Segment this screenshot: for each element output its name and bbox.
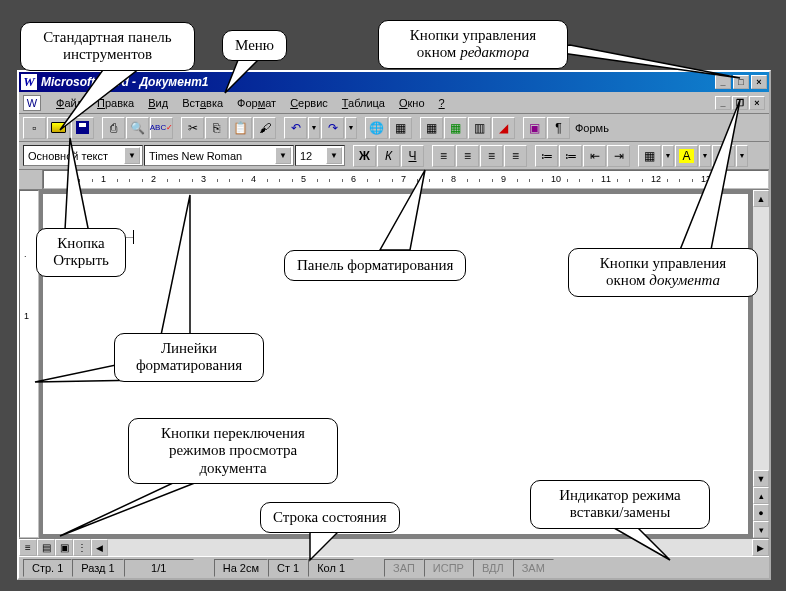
show-hide-button[interactable]: ¶ — [547, 117, 570, 139]
scroll-left-button[interactable]: ◀ — [91, 539, 108, 556]
copy-button[interactable]: ⎘ — [205, 117, 228, 139]
underline-button[interactable]: Ч — [401, 145, 424, 167]
drawing-button[interactable]: ◢ — [492, 117, 515, 139]
align-left-button[interactable]: ≡ — [432, 145, 455, 167]
doc-close-button[interactable]: × — [749, 96, 765, 110]
maximize-button[interactable]: □ — [733, 75, 749, 89]
outdent-icon: ⇤ — [590, 149, 600, 163]
numbered-list-button[interactable]: ≔ — [535, 145, 558, 167]
vertical-scrollbar[interactable]: ▲ ▼ ▴ ● ▾ — [752, 190, 769, 538]
menu-help[interactable]: ? — [432, 95, 452, 111]
printer-icon: ⎙ — [110, 121, 117, 135]
next-page-button[interactable]: ▾ — [753, 521, 769, 538]
insert-table-button[interactable]: ▦ — [444, 117, 467, 139]
callout-ovr: Индикатор режимавставки/замены — [530, 480, 710, 529]
borders-icon: ▦ — [644, 149, 655, 163]
format-painter-button[interactable]: 🖌 — [253, 117, 276, 139]
highlight-dropdown[interactable]: ▼ — [699, 145, 711, 167]
chevron-down-icon[interactable]: ▼ — [124, 147, 140, 164]
new-button[interactable]: ▫ — [23, 117, 46, 139]
tables-borders-button[interactable]: ▦ — [420, 117, 443, 139]
scroll-down-button[interactable]: ▼ — [753, 470, 769, 487]
horizontal-ruler[interactable]: 12345678910111213 — [43, 170, 769, 189]
status-rec[interactable]: ЗАП — [384, 559, 424, 577]
drawing-icon: ◢ — [499, 121, 508, 135]
prev-page-button[interactable]: ▴ — [753, 487, 769, 504]
chevron-down-icon[interactable]: ▼ — [326, 147, 342, 164]
font-combo[interactable]: Times New Roman ▼ — [144, 145, 294, 166]
font-color-dropdown[interactable]: ▼ — [736, 145, 748, 167]
menu-edit[interactable]: Правка — [90, 95, 141, 111]
forms-label: Формь — [575, 122, 609, 134]
align-left-icon: ≡ — [440, 149, 447, 163]
undo-button[interactable]: ↶ — [284, 117, 307, 139]
scroll-up-button[interactable]: ▲ — [753, 190, 769, 207]
doc-minimize-button[interactable]: _ — [715, 96, 731, 110]
ruler-corner[interactable] — [19, 170, 43, 189]
outline-view-button[interactable]: ⋮ — [73, 539, 91, 556]
status-trk[interactable]: ИСПР — [424, 559, 473, 577]
menu-file[interactable]: Файл — [49, 95, 90, 111]
columns-button[interactable]: ▥ — [468, 117, 491, 139]
close-button[interactable]: × — [751, 75, 767, 89]
print-button[interactable]: ⎙ — [102, 117, 125, 139]
italic-button[interactable]: К — [377, 145, 400, 167]
redo-dropdown[interactable]: ▼ — [345, 117, 357, 139]
scroll-track[interactable] — [753, 207, 769, 470]
document-map-button[interactable]: ▣ — [523, 117, 546, 139]
minimize-button[interactable]: _ — [715, 75, 731, 89]
highlight-button[interactable]: A — [675, 145, 698, 167]
browse-object-button[interactable]: ● — [753, 504, 769, 521]
chevron-down-icon[interactable]: ▼ — [275, 147, 291, 164]
menu-view[interactable]: Вид — [141, 95, 175, 111]
status-ovr[interactable]: ЗАМ — [513, 559, 554, 577]
callout-status: Строка состояния — [260, 502, 400, 533]
open-button[interactable] — [47, 117, 70, 139]
cut-button[interactable]: ✂ — [181, 117, 204, 139]
chevron-down-icon: ▼ — [739, 152, 746, 159]
menu-tools[interactable]: Сервис — [283, 95, 335, 111]
word-doc-icon[interactable]: W — [23, 95, 41, 111]
status-ext[interactable]: ВДЛ — [473, 559, 513, 577]
print-preview-button[interactable]: 🔍 — [126, 117, 149, 139]
status-line: Ст 1 — [268, 559, 308, 577]
paste-button[interactable]: 📋 — [229, 117, 252, 139]
numbered-list-icon: ≔ — [541, 149, 553, 163]
menu-table[interactable]: Таблица — [335, 95, 392, 111]
undo-dropdown[interactable]: ▼ — [308, 117, 320, 139]
scroll-right-button[interactable]: ▶ — [752, 539, 769, 556]
page-layout-view-button[interactable]: ▣ — [55, 539, 73, 556]
style-combo[interactable]: Основной текст ▼ — [23, 145, 143, 166]
redo-button[interactable]: ↷ — [321, 117, 344, 139]
status-at: На 2см — [214, 559, 268, 577]
decrease-indent-button[interactable]: ⇤ — [583, 145, 606, 167]
size-combo[interactable]: 12 ▼ — [295, 145, 345, 166]
align-center-button[interactable]: ≡ — [456, 145, 479, 167]
normal-view-button[interactable]: ≡ — [19, 539, 37, 556]
online-layout-view-button[interactable]: ▤ — [37, 539, 55, 556]
web-toolbar-button[interactable]: ▦ — [389, 117, 412, 139]
hyperlink-button[interactable]: 🌐 — [365, 117, 388, 139]
menu-format[interactable]: Формат — [230, 95, 283, 111]
menu-window[interactable]: Окно — [392, 95, 432, 111]
new-icon: ▫ — [32, 121, 36, 135]
borders-dropdown[interactable]: ▼ — [662, 145, 674, 167]
save-button[interactable] — [71, 117, 94, 139]
font-value: Times New Roman — [149, 150, 242, 162]
font-color-button[interactable]: A — [712, 145, 735, 167]
menu-insert[interactable]: Вставка — [175, 95, 230, 111]
bold-button[interactable]: Ж — [353, 145, 376, 167]
chevron-down-icon: ▼ — [311, 124, 318, 131]
preview-icon: 🔍 — [130, 121, 145, 135]
docmap-icon: ▣ — [529, 121, 540, 135]
hscroll-track[interactable] — [108, 539, 752, 556]
justify-button[interactable]: ≡ — [504, 145, 527, 167]
doc-restore-button[interactable]: ❐ — [732, 96, 748, 110]
borders-button[interactable]: ▦ — [638, 145, 661, 167]
document-window-controls: _ ❐ × — [715, 96, 765, 110]
horizontal-scrollbar[interactable]: ◀ ▶ — [91, 539, 769, 556]
increase-indent-button[interactable]: ⇥ — [607, 145, 630, 167]
bullet-list-button[interactable]: ≔ — [559, 145, 582, 167]
spellcheck-button[interactable]: ABC✓ — [150, 117, 173, 139]
align-right-button[interactable]: ≡ — [480, 145, 503, 167]
